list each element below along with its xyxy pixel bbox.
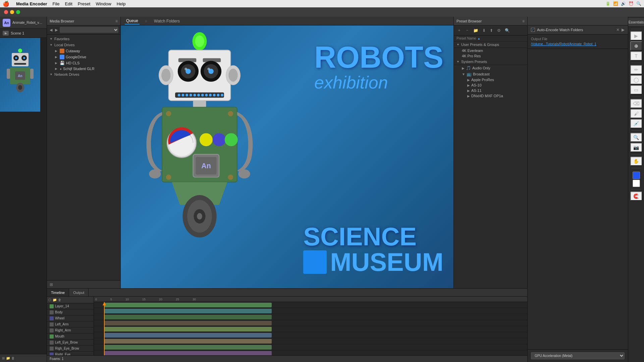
layer-left-arm[interactable]: Left_Arm: [47, 321, 94, 327]
preset-sort-icon[interactable]: ▲: [477, 37, 480, 40]
output-file-path[interactable]: /Volume...Tutorials/Robot/Animate_Robot_…: [531, 42, 625, 46]
mouth-icon: [50, 335, 54, 339]
googledrive-item[interactable]: ▶ GoogleDrive: [52, 54, 120, 60]
output-header: [528, 17, 628, 25]
ae-preview-area: An: [0, 38, 47, 354]
cutaway-item[interactable]: ▶ Cutaway: [52, 48, 120, 54]
cutaway-icon: [60, 49, 64, 53]
tool-select-btn[interactable]: ▶: [630, 31, 642, 41]
tool-snap-btn[interactable]: 🧲: [630, 191, 642, 201]
menu-window[interactable]: Window: [96, 1, 111, 6]
local-drives-section[interactable]: ▼ Local Drives: [47, 42, 120, 48]
layer-left-eye-brow[interactable]: Left_Eye_Brow: [47, 340, 94, 346]
nav-forward-btn[interactable]: ▶: [54, 27, 58, 33]
tool-eraser-btn[interactable]: ⌫: [630, 99, 642, 108]
tab-timeline[interactable]: Timeline: [47, 289, 69, 296]
auto-encode-play-btn[interactable]: ▶: [622, 27, 625, 32]
audio-only-item[interactable]: ▶ 🎵 Audio Only: [459, 65, 527, 71]
4k-prores-label: 4K Pro Res: [462, 54, 481, 58]
media-browser-menu-icon[interactable]: ≡: [115, 19, 118, 23]
track-row-4: [94, 326, 527, 332]
as11-item[interactable]: ▶ AS-11: [465, 88, 527, 93]
tool-eyedropper-btn[interactable]: 💉: [630, 119, 642, 128]
ae-trash-btn[interactable]: 🗑: [11, 356, 15, 360]
layer-body[interactable]: Body: [47, 309, 94, 315]
layer-mouth[interactable]: Mouth: [47, 334, 94, 340]
auto-encode-close-btn[interactable]: ✕: [616, 27, 620, 32]
auto-encode-checkbox[interactable]: ✓: [531, 28, 535, 32]
preset-browser-panel: Preset Browser ≡ ＋ － 📁 ⬇ ⬆ ⚙ 🔍 Preset Na…: [453, 17, 527, 288]
svg-point-48: [166, 175, 171, 180]
tool-hand-btn[interactable]: ✋: [630, 157, 642, 166]
preset-import-btn[interactable]: ⬇: [481, 27, 487, 34]
maximize-button[interactable]: [16, 10, 20, 14]
auto-encode-bar: ✓ Auto-Encode Watch Folders ✕ ▶: [528, 25, 628, 35]
broadcast-section-item[interactable]: ▼ 📺 Broadcast: [459, 71, 527, 77]
menu-edit[interactable]: Edit: [65, 1, 72, 6]
layer-add-btn[interactable]: ⬡: [48, 298, 51, 302]
tool-crosshair-btn[interactable]: ⊕: [630, 41, 642, 51]
scene-icon: ▶: [3, 31, 9, 36]
list-view-btn[interactable]: ⊞: [50, 282, 53, 287]
preset-export-btn[interactable]: ⬆: [488, 27, 494, 34]
apple-prores-item[interactable]: ▶ Apple ProRes: [465, 77, 527, 82]
menu-help[interactable]: Help: [117, 1, 126, 6]
layer-wheel[interactable]: Wheel: [47, 315, 94, 321]
network-drives-arrow: ▼: [50, 73, 53, 76]
tab-watch-folders[interactable]: Watch Folders: [153, 18, 181, 24]
hdcls-item[interactable]: ▶ 💾 HD CLS: [52, 60, 120, 66]
layer-right-arm[interactable]: Right_Arm: [47, 327, 94, 334]
nav-back-btn[interactable]: ◀: [49, 27, 53, 33]
user-presets-section[interactable]: ▼ User Presets & Groups: [454, 42, 527, 48]
system-presets-section[interactable]: ▼ System Presets: [454, 59, 527, 65]
preset-search-btn[interactable]: 🔍: [503, 27, 511, 34]
ae-grid-btn[interactable]: ⊞: [2, 356, 5, 360]
layer-trash-btn[interactable]: 🗑: [58, 298, 61, 302]
left-arm-label: Left_Arm: [55, 322, 69, 326]
favorites-section[interactable]: ▼ Favorites: [47, 36, 120, 42]
location-dropdown[interactable]: [60, 27, 118, 33]
wheel-label: Wheel: [55, 316, 64, 320]
menu-file[interactable]: File: [52, 1, 59, 6]
color-blue-swatch[interactable]: [633, 172, 640, 179]
preset-add-btn[interactable]: ＋: [456, 27, 463, 34]
minimize-button[interactable]: [10, 10, 14, 14]
tab-output[interactable]: Output: [69, 289, 89, 296]
preset-remove-btn[interactable]: －: [464, 27, 471, 34]
preset-folder-btn[interactable]: 📁: [472, 27, 480, 34]
track-row-3: [94, 320, 527, 326]
layer-folder-btn[interactable]: 📁: [53, 298, 57, 302]
apple-menu[interactable]: 🍎: [3, 1, 9, 7]
ae-folder-btn[interactable]: 📁: [6, 356, 10, 360]
layer-right-eye[interactable]: Right_Eye: [47, 352, 94, 355]
preset-settings-btn[interactable]: ⚙: [496, 27, 502, 34]
layer-layer14[interactable]: Layer_14: [47, 303, 94, 309]
queue-tabs: Queue ≡ Watch Folders: [121, 17, 453, 25]
tool-zoom-btn[interactable]: 🔍: [630, 133, 642, 142]
tool-camera-btn[interactable]: 📷: [630, 143, 642, 152]
gpu-dropdown[interactable]: GPU Acceleration (Metal): [531, 352, 625, 359]
preset-browser-menu-icon[interactable]: ≡: [522, 19, 525, 23]
main-layout: An Animate_Robot_v3.fla ▶ Scene 1: [0, 17, 644, 362]
tool-paint-btn[interactable]: 🖌: [630, 109, 642, 118]
tool-rect-btn[interactable]: ▭: [630, 85, 642, 95]
4k-prores-item[interactable]: 4K Pro Res: [459, 53, 527, 59]
preset-browser-header: Preset Browser ≡: [454, 17, 527, 25]
as10-item[interactable]: ▶ AS-10: [465, 82, 527, 88]
schijf-item[interactable]: ▶ ● Schijf Student GLR: [52, 66, 120, 71]
4k-everleam-item[interactable]: 4K Everleam: [459, 48, 527, 53]
color-white-swatch[interactable]: [633, 180, 640, 187]
layer-righ-eye-brow[interactable]: Righ_Eye_Brow: [47, 346, 94, 352]
tab-queue[interactable]: Queue: [125, 18, 140, 24]
tool-pen-btn[interactable]: ✏: [630, 65, 642, 74]
auto-encode-label: Auto-Encode Watch Folders: [537, 28, 583, 32]
dnxhd-item[interactable]: ▶ DNxHD MXF OP1a: [465, 93, 527, 99]
menu-preset[interactable]: Preset: [78, 1, 91, 6]
timeline-area: Timeline Output ⬡ 📁 🗑 Layer_14: [47, 288, 527, 362]
playhead[interactable]: [104, 302, 105, 355]
network-drives-section[interactable]: ▼ Network Drives: [47, 71, 120, 77]
tool-text-btn[interactable]: T: [630, 51, 642, 61]
tool-ellipse-btn[interactable]: ◯: [630, 75, 642, 84]
close-button[interactable]: [4, 10, 8, 14]
audio-only-arrow: ▶: [462, 66, 465, 70]
